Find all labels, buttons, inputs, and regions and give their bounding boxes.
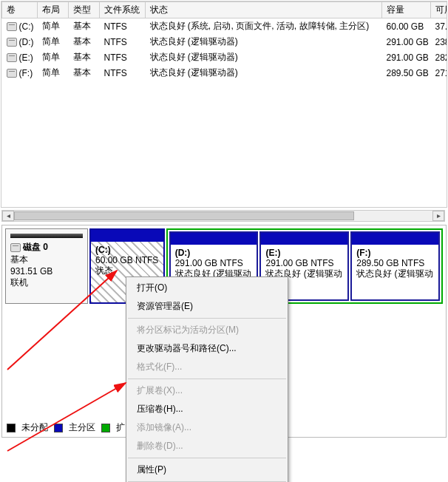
disk-header-bar (10, 234, 83, 238)
col-capacity[interactable]: 容量 (382, 2, 431, 18)
cell-status: 状态良好 (系统, 启动, 页面文件, 活动, 故障转储, 主分区) (146, 18, 382, 35)
menu-format: 格式化(F)... (126, 358, 288, 376)
menu-properties[interactable]: 属性(P) (126, 461, 288, 479)
drive-icon (7, 22, 17, 31)
legend: 未分配 主分区 扩 (7, 421, 125, 434)
menu-separator (128, 318, 286, 319)
col-status[interactable]: 状态 (146, 2, 382, 18)
drive-icon (7, 53, 17, 62)
drive-icon (7, 69, 17, 78)
volume-table-container: 卷 布局 类型 文件系统 状态 容量 可用 (C:)简单基本NTFS状态良好 (… (1, 1, 447, 208)
partition-info: 289.50 GB NTFS (356, 258, 424, 268)
partition-name: (F:) (356, 248, 370, 258)
col-volume[interactable]: 卷 (2, 2, 38, 18)
menu-explorer[interactable]: 资源管理器(E) (126, 297, 288, 316)
scroll-thumb[interactable] (14, 211, 354, 220)
partition-name: (E:) (265, 248, 280, 258)
partition-f[interactable]: (F:) 289.50 GB NTFS 状态良好 (逻辑驱动 (350, 231, 440, 301)
disk-size: 931.51 GB (10, 266, 83, 276)
horizontal-scrollbar[interactable]: ◂ ▸ (1, 210, 445, 222)
partition-name: (D:) (175, 248, 191, 258)
scroll-right-button[interactable]: ▸ (432, 211, 444, 221)
partition-header (261, 233, 347, 245)
partition-info: 291.00 GB NTFS (175, 258, 243, 268)
cell-status: 状态良好 (逻辑驱动器) (146, 50, 382, 65)
cell-volume: (D:) (2, 34, 38, 50)
col-layout[interactable]: 布局 (38, 2, 69, 18)
cell-type: 基本 (69, 34, 100, 50)
partition-status: 状态良好 (逻辑驱动 (356, 268, 432, 279)
cell-capacity: 60.00 GB (382, 18, 431, 35)
col-type[interactable]: 类型 (69, 2, 100, 18)
cell-capacity: 291.00 GB (382, 50, 431, 65)
cell-free: 282. (431, 50, 448, 65)
partition-info: 291.00 GB NTFS (265, 258, 333, 268)
partition-info: 60.00 GB NTFS (95, 255, 158, 265)
cell-fs: NTFS (100, 18, 146, 35)
legend-swatch-unallocated (7, 424, 16, 432)
disk-type: 基本 (10, 254, 83, 266)
table-row[interactable]: (C:)简单基本NTFS状态良好 (系统, 启动, 页面文件, 活动, 故障转储… (2, 18, 448, 35)
cell-layout: 简单 (38, 18, 69, 35)
menu-mark-active: 将分区标记为活动分区(M) (126, 321, 288, 339)
cell-fs: NTFS (100, 65, 146, 81)
cell-status: 状态良好 (逻辑驱动器) (146, 65, 382, 81)
cell-free: 271. (431, 65, 448, 81)
cell-free: 37.9 (431, 18, 448, 35)
cell-volume: (F:) (2, 65, 38, 81)
cell-layout: 简单 (38, 65, 69, 81)
cell-fs: NTFS (100, 50, 146, 65)
col-free[interactable]: 可用 (431, 2, 448, 18)
disk-icon (10, 243, 21, 252)
disk-title: 磁盘 0 (10, 241, 83, 254)
cell-capacity: 291.00 GB (382, 34, 431, 50)
cell-layout: 简单 (38, 50, 69, 65)
partition-header (352, 233, 438, 245)
menu-mirror: 添加镜像(A)... (126, 418, 288, 437)
cell-type: 基本 (69, 50, 100, 65)
menu-delete: 删除卷(D)... (126, 437, 288, 455)
legend-label-unallocated: 未分配 (21, 421, 48, 434)
cell-fs: NTFS (100, 34, 146, 50)
partition-name: (C:) (95, 245, 111, 255)
scroll-left-button[interactable]: ◂ (2, 211, 14, 221)
drive-icon (7, 38, 17, 47)
menu-change-letter[interactable]: 更改驱动器号和路径(C)... (126, 339, 288, 358)
cell-status: 状态良好 (逻辑驱动器) (146, 34, 382, 50)
menu-separator (128, 379, 286, 379)
menu-shrink[interactable]: 压缩卷(H)... (126, 400, 288, 418)
table-row[interactable]: (E:)简单基本NTFS状态良好 (逻辑驱动器)291.00 GB282. (2, 50, 448, 65)
partition-header (91, 230, 163, 242)
legend-swatch-extended (101, 424, 110, 432)
col-fs[interactable]: 文件系统 (100, 2, 146, 18)
context-menu: 打开(O) 资源管理器(E) 将分区标记为活动分区(M) 更改驱动器号和路径(C… (126, 276, 288, 482)
cell-volume: (E:) (2, 50, 38, 65)
cell-volume: (C:) (2, 18, 38, 35)
cell-layout: 简单 (38, 34, 69, 50)
disk-state: 联机 (10, 276, 83, 289)
menu-separator (128, 458, 286, 458)
cell-capacity: 289.50 GB (382, 65, 431, 81)
menu-open[interactable]: 打开(O) (126, 279, 288, 297)
partition-header (171, 233, 257, 245)
cell-type: 基本 (69, 65, 100, 81)
table-row[interactable]: (F:)简单基本NTFS状态良好 (逻辑驱动器)289.50 GB271. (2, 65, 448, 81)
legend-label-primary: 主分区 (69, 421, 95, 434)
legend-swatch-primary (54, 424, 63, 432)
cell-free: 238. (431, 34, 448, 50)
cell-type: 基本 (69, 18, 100, 35)
table-row[interactable]: (D:)简单基本NTFS状态良好 (逻辑驱动器)291.00 GB238. (2, 34, 448, 50)
partition-status: 状态 (95, 265, 113, 276)
volume-table: 卷 布局 类型 文件系统 状态 容量 可用 (C:)简单基本NTFS状态良好 (… (1, 1, 447, 81)
menu-extend: 扩展卷(X)... (126, 381, 288, 400)
legend-label-extended: 扩 (116, 421, 125, 434)
disk-info-box[interactable]: 磁盘 0 基本 931.51 GB 联机 (5, 228, 88, 304)
